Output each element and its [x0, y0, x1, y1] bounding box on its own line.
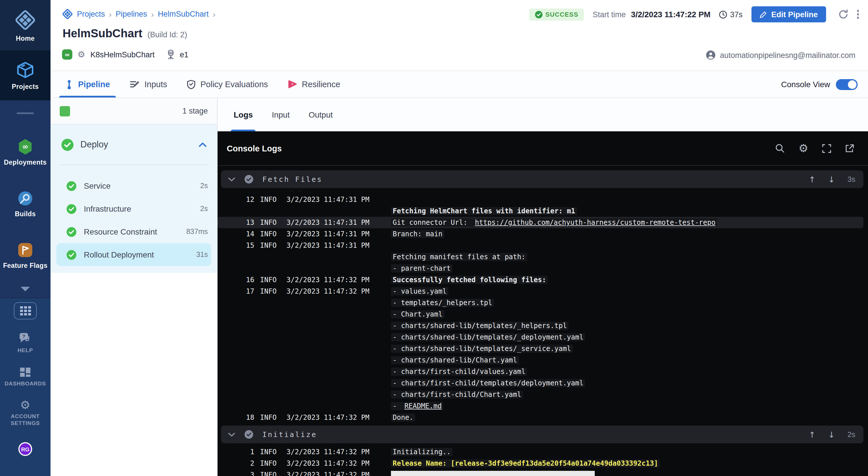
stage-count: 1 stage: [182, 107, 208, 115]
console-view-label: Console View: [781, 80, 830, 89]
log-message: - templates/_helpers.tpl: [391, 297, 494, 309]
scroll-up-icon[interactable]: ↑: [809, 173, 815, 185]
console-settings-gear-icon[interactable]: ⚙: [799, 143, 808, 154]
tab-policy-evaluations[interactable]: Policy Evaluations: [185, 71, 269, 98]
step-row-rollout-deployment[interactable]: Rollout Deployment 31s: [51, 243, 217, 266]
sidebar-item-home[interactable]: Home: [0, 0, 51, 50]
log-level: [260, 389, 280, 400]
breadcrumb-projects[interactable]: Projects: [77, 10, 105, 19]
log-row-inner: - charts/shared-lib/templates/_helpers.t…: [232, 320, 868, 332]
search-icon[interactable]: [775, 143, 785, 153]
log-level: [260, 332, 280, 343]
log-line-number: [232, 251, 254, 263]
log-message: - charts/shared-lib/templates/_deploymen…: [391, 332, 585, 343]
success-check-icon: [535, 11, 542, 18]
log-level: [260, 297, 280, 309]
sidebar-lower: ? HELP DASHBOARDS ⚙ ACCOUNT SETTINGS RG: [0, 298, 51, 476]
stage-group: Deploy Service 2s: [51, 125, 217, 273]
execution-controls: SUCCESS Start time 3/2/2023 11:47:22 PM …: [529, 6, 859, 22]
log-timestamp: [286, 377, 370, 389]
user-avatar[interactable]: RG: [19, 442, 32, 456]
sidebar-divider-dash: [17, 112, 34, 114]
help-chat-icon: ?: [19, 332, 32, 345]
sidebar-item-help[interactable]: ? HELP: [18, 332, 33, 353]
step-success-icon: [67, 227, 76, 237]
tab-resilience[interactable]: Resilience: [286, 71, 342, 98]
console-view-toggle[interactable]: [836, 79, 858, 90]
step-row-service[interactable]: Service 2s: [51, 174, 217, 197]
log-text: - charts/shared-lib/templates/_helpers.t…: [391, 322, 569, 330]
scroll-down-icon[interactable]: ↓: [828, 173, 835, 185]
log-line-number: 15: [232, 240, 254, 251]
chevron-up-icon[interactable]: [198, 142, 207, 147]
log-row: 16INFO3/2/2023 11:47:32 PMSuccessfully f…: [218, 274, 868, 285]
log-line-number: 12: [232, 194, 254, 205]
log-row: Fetching HelmChart files with identifier…: [218, 205, 868, 217]
breadcrumb-pipeline-name[interactable]: HelmSubChart: [158, 10, 209, 19]
log-timestamp: [286, 297, 370, 309]
log-row: - charts/shared-lib/templates/_deploymen…: [218, 332, 868, 343]
log-line-number: [232, 263, 254, 274]
harness-logo-icon[interactable]: [62, 9, 73, 20]
environment-name[interactable]: e1: [180, 50, 189, 59]
sidebar-collapse-chevron-icon[interactable]: [20, 286, 31, 292]
tab-logs[interactable]: Logs: [232, 98, 254, 131]
log-line-number: [232, 320, 254, 332]
log-row: - charts/first-child/templates/deploymen…: [218, 377, 868, 389]
stage-success-icon: [61, 138, 73, 150]
service-name[interactable]: K8sHelmSubChart: [90, 50, 155, 59]
sidebar-item-dashboards[interactable]: DASHBOARDS: [5, 366, 46, 386]
sidebar-item-feature-flags[interactable]: Feature Flags: [0, 233, 51, 277]
step-name: Infrastructure: [84, 204, 131, 213]
tab-inputs[interactable]: Inputs: [128, 71, 168, 98]
log-link[interactable]: https://github.com/achyuth-harness/custo…: [473, 218, 717, 227]
sidebar-item-builds[interactable]: Builds: [0, 182, 51, 226]
environment-group: e1: [166, 49, 189, 60]
log-timestamp: 3/2/2023 11:47:32 PM: [286, 412, 370, 423]
step-row-resource-constraint[interactable]: Resource Constraint 837ms: [51, 220, 217, 243]
tab-output[interactable]: Output: [307, 98, 334, 131]
module-grid-button[interactable]: [14, 302, 37, 319]
log-row-inner: 15INFO3/2/2023 11:47:31 PM: [232, 240, 868, 251]
log-timestamp: 3/2/2023 11:47:32 PM: [286, 274, 370, 285]
sidebar-modules: ∞ Deployments Builds Feature Flags: [0, 100, 51, 298]
tab-input[interactable]: Input: [271, 98, 291, 131]
console-scroll[interactable]: Fetch Files↑↓3s11INFO3/2/2023 11:47:31 P…: [218, 166, 868, 476]
log-section-header[interactable]: Initialize↑↓2s: [221, 426, 863, 443]
log-row: - parent-chart: [218, 263, 868, 274]
sidebar-item-deployments[interactable]: ∞ Deployments: [0, 130, 51, 174]
log-row-inner: 11INFO3/2/2023 11:47:31 PM: [232, 191, 868, 194]
pipeline-icon: [65, 79, 73, 89]
title-row: HelmSubChart (Build Id: 2): [63, 27, 187, 40]
log-section-controls: ↑↓2s: [809, 429, 856, 440]
log-timestamp: [286, 263, 370, 274]
log-text: Git connector Url:: [391, 218, 473, 227]
more-options-kebab-icon[interactable]: [857, 10, 859, 19]
log-text: Fetching HelmChart files with identifier…: [391, 207, 577, 215]
open-in-new-icon[interactable]: [845, 144, 854, 153]
log-text: - charts/shared-lib/Chart.yaml: [391, 356, 519, 364]
fullscreen-icon[interactable]: [822, 144, 831, 153]
scroll-up-icon[interactable]: ↑: [809, 429, 815, 440]
chevron-down-icon[interactable]: [228, 177, 236, 181]
step-row-infrastructure[interactable]: Infrastructure 2s: [51, 197, 217, 220]
edit-pipeline-button[interactable]: Edit Pipeline: [752, 6, 826, 22]
console-header: Console Logs ⚙: [218, 131, 868, 166]
edit-pipeline-label: Edit Pipeline: [771, 10, 818, 19]
build-id: (Build Id: 2): [148, 30, 187, 39]
stage-row-deploy[interactable]: Deploy: [51, 125, 217, 165]
cd-module-icon: ∞: [62, 49, 72, 60]
chevron-down-icon[interactable]: [228, 432, 236, 437]
pencil-icon: [760, 11, 767, 18]
log-line-number: [232, 343, 254, 354]
scroll-down-icon[interactable]: ↓: [828, 429, 835, 440]
log-section-header[interactable]: Fetch Files↑↓3s: [221, 170, 863, 188]
sidebar-item-account-settings[interactable]: ⚙ ACCOUNT SETTINGS: [5, 399, 45, 426]
log-link[interactable]: README.md: [403, 402, 443, 410]
refresh-icon[interactable]: [838, 9, 848, 20]
log-row: - Chart.yaml: [218, 309, 868, 320]
sidebar-item-projects[interactable]: Projects: [0, 50, 51, 100]
tab-pipeline[interactable]: Pipeline: [64, 71, 111, 98]
breadcrumb-pipelines[interactable]: Pipelines: [116, 10, 147, 19]
log-text: Initializing..: [391, 448, 453, 456]
